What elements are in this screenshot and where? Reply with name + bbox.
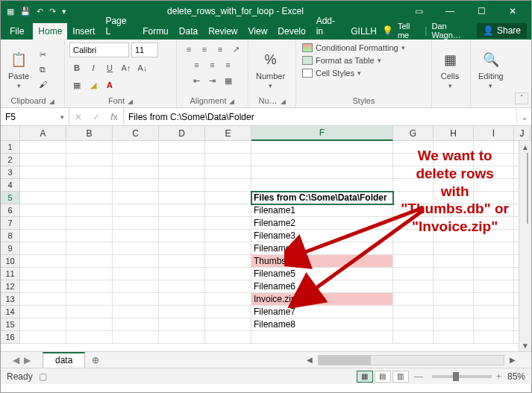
cell[interactable] xyxy=(66,230,113,242)
row-header[interactable]: 10 xyxy=(1,255,20,268)
align-right-icon[interactable]: ≡ xyxy=(221,58,236,72)
cell[interactable] xyxy=(159,318,205,331)
tab-formulas[interactable]: Formu xyxy=(137,23,174,40)
cell[interactable]: Invoice.zip xyxy=(251,293,393,306)
cell[interactable] xyxy=(474,331,514,344)
cell[interactable]: Thumbs.db xyxy=(251,255,393,268)
underline-button[interactable]: U xyxy=(102,61,117,75)
decrease-font-icon[interactable]: A↓ xyxy=(135,61,150,75)
cell[interactable] xyxy=(434,268,474,280)
cell[interactable] xyxy=(66,242,113,255)
cell[interactable] xyxy=(393,230,434,242)
cell[interactable] xyxy=(113,230,159,242)
bold-button[interactable]: B xyxy=(69,61,84,75)
row-header[interactable]: 1 xyxy=(1,141,20,154)
qat-more-icon[interactable]: ▾ xyxy=(62,7,66,16)
cell[interactable] xyxy=(20,242,66,255)
cell[interactable] xyxy=(20,166,66,179)
cell[interactable] xyxy=(434,318,474,331)
cell[interactable] xyxy=(434,242,474,255)
row-header[interactable]: 2 xyxy=(1,154,20,166)
tab-view[interactable]: View xyxy=(243,23,273,40)
scroll-thumb[interactable] xyxy=(527,153,528,224)
decrease-indent-icon[interactable]: ⇤ xyxy=(190,74,204,87)
save-icon[interactable]: 💾 xyxy=(20,7,31,16)
cell[interactable] xyxy=(434,179,474,192)
col-header-c[interactable]: C xyxy=(113,126,159,140)
cell[interactable] xyxy=(159,268,205,280)
account-name[interactable]: Dan Wagn… xyxy=(431,22,472,40)
new-sheet-button[interactable]: ⊕ xyxy=(85,352,106,368)
cell[interactable] xyxy=(113,268,159,280)
col-header-b[interactable]: B xyxy=(66,126,113,140)
zoom-out-icon[interactable]: — xyxy=(414,371,423,382)
cell[interactable] xyxy=(66,141,113,154)
cell[interactable] xyxy=(474,154,514,166)
share-button[interactable]: 👤 Share xyxy=(477,23,527,38)
cell[interactable] xyxy=(474,268,514,280)
cell[interactable] xyxy=(205,141,251,154)
cell[interactable] xyxy=(20,255,66,268)
cells-button[interactable]: ▦ Cells ▾ xyxy=(436,49,463,89)
namebox-dropdown-icon[interactable]: ▾ xyxy=(60,113,64,121)
cell[interactable] xyxy=(66,192,113,204)
cell[interactable] xyxy=(393,331,434,344)
cell[interactable] xyxy=(251,331,393,344)
row-header[interactable]: 12 xyxy=(1,280,20,293)
dialog-launcher-icon[interactable]: ◢ xyxy=(281,98,286,105)
cell[interactable] xyxy=(159,179,205,192)
cell[interactable] xyxy=(205,230,251,242)
hscroll-left-icon[interactable]: ◀ xyxy=(304,355,315,365)
cell[interactable] xyxy=(205,192,251,204)
align-left-icon[interactable]: ≡ xyxy=(190,58,204,72)
cell[interactable] xyxy=(393,318,434,331)
dialog-launcher-icon[interactable]: ◢ xyxy=(128,98,133,105)
tell-me-icon[interactable]: 💡 xyxy=(382,25,393,36)
sheet-nav[interactable]: ◀▶ xyxy=(1,352,43,368)
tab-custom[interactable]: GILLH xyxy=(345,23,382,40)
cell[interactable] xyxy=(159,204,205,217)
row-header[interactable]: 11 xyxy=(1,268,20,280)
cell[interactable] xyxy=(474,192,514,204)
cell[interactable] xyxy=(251,154,393,166)
font-size-input[interactable] xyxy=(131,43,158,57)
cell[interactable] xyxy=(159,293,205,306)
tab-addins[interactable]: Add-in xyxy=(311,13,346,40)
cell[interactable]: Filename4 xyxy=(251,242,393,255)
cell[interactable] xyxy=(113,141,159,154)
minimize-button[interactable]: — xyxy=(436,3,464,19)
merge-icon[interactable]: ▦ xyxy=(221,74,236,87)
col-header-a[interactable]: A xyxy=(20,126,66,140)
row-header[interactable]: 6 xyxy=(1,204,20,217)
cell[interactable] xyxy=(159,217,205,230)
undo-icon[interactable]: ↶ xyxy=(37,7,43,16)
row-header[interactable]: 8 xyxy=(1,230,20,242)
page-break-view-icon[interactable]: ▥ xyxy=(392,371,409,383)
cell[interactable] xyxy=(66,280,113,293)
cell[interactable] xyxy=(159,154,205,166)
cell[interactable] xyxy=(113,293,159,306)
maximize-button[interactable]: ☐ xyxy=(467,3,495,19)
normal-view-icon[interactable]: ▦ xyxy=(357,371,373,383)
cell[interactable] xyxy=(393,306,434,318)
close-button[interactable]: ✕ xyxy=(498,3,527,19)
cell[interactable] xyxy=(393,268,434,280)
cell[interactable] xyxy=(434,166,474,179)
row-header[interactable]: 14 xyxy=(1,306,20,318)
zoom-slider[interactable] xyxy=(432,375,492,378)
sheet-tab-data[interactable]: data xyxy=(43,352,85,368)
cell[interactable]: Filename5 xyxy=(251,268,393,280)
orientation-icon[interactable]: ↗ xyxy=(228,43,243,56)
cell[interactable] xyxy=(393,141,434,154)
enter-formula-icon[interactable]: ✓ xyxy=(87,112,105,122)
cell[interactable] xyxy=(393,166,434,179)
col-header-h[interactable]: H xyxy=(434,126,474,140)
cell[interactable] xyxy=(474,242,514,255)
cell[interactable] xyxy=(393,217,434,230)
cell[interactable] xyxy=(159,166,205,179)
format-as-table-button[interactable]: Format as Table▾ xyxy=(301,55,383,66)
cut-icon[interactable]: ✂ xyxy=(35,48,50,61)
cell[interactable] xyxy=(205,154,251,166)
cell[interactable] xyxy=(159,242,205,255)
cell[interactable] xyxy=(474,217,514,230)
